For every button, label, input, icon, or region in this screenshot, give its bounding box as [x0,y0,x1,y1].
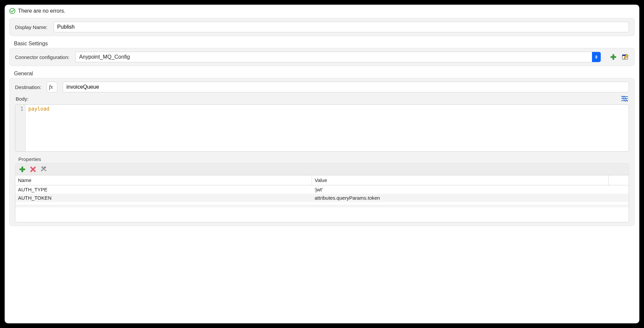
properties-header-name[interactable]: Name [15,175,312,185]
dataweave-icon[interactable] [621,95,628,102]
add-config-button[interactable] [610,53,617,61]
properties-table: Name Value AUTH_TYPE'jwt'AUTH_TOKENattri… [15,175,629,222]
body-label: Body: [16,96,28,102]
property-value-cell[interactable]: attributes.queryParams.token [312,194,609,202]
connector-config-value: Anypoint_MQ_Config [76,52,592,62]
fx-expression-button[interactable]: fx [47,82,57,92]
properties-header-value[interactable]: Value [312,175,609,185]
display-name-label: Display Name: [15,24,48,30]
properties-body: AUTH_TYPE'jwt'AUTH_TOKENattributes.query… [15,185,629,222]
general-panel: Destination: fx Body: 1 payload [9,78,635,226]
config-panel: There are no errors. Display Name: Basic… [5,5,639,323]
connector-config-select[interactable]: Anypoint_MQ_Config [75,52,601,62]
basic-settings-panel: Connector configuration: Anypoint_MQ_Con… [9,48,635,66]
connector-config-label: Connector configuration: [15,54,69,60]
property-name-cell[interactable]: AUTH_TYPE [15,185,312,194]
destination-input[interactable] [63,82,629,92]
svg-rect-1 [611,56,616,58]
property-name-cell[interactable]: AUTH_TOKEN [15,194,312,202]
edit-config-button[interactable] [622,53,629,61]
properties-header: Name Value [15,175,629,185]
properties-title: Properties [18,156,629,162]
table-row[interactable]: AUTH_TOKENattributes.queryParams.token [15,194,629,202]
property-extra-cell [609,185,629,194]
check-circle-icon [9,8,15,14]
property-value-cell[interactable]: 'jwt' [312,185,609,194]
svg-rect-6 [20,169,25,170]
table-row-empty [15,207,629,210]
status-text: There are no errors. [18,8,65,14]
destination-label: Destination: [15,84,41,90]
status-bar: There are no errors. [5,5,639,18]
table-row-empty [15,205,629,207]
code-area[interactable]: payload [26,105,629,151]
code-line-1: payload [28,106,49,112]
code-gutter: 1 [15,105,26,151]
svg-text:fx: fx [49,84,53,90]
tools-property-button[interactable] [40,166,47,173]
basic-settings-title: Basic Settings [14,41,635,47]
table-row-empty [15,202,629,205]
table-row[interactable]: AUTH_TYPE'jwt' [15,185,629,194]
properties-section: Properties [15,156,629,222]
add-property-button[interactable] [19,166,26,173]
remove-property-button[interactable] [29,166,37,173]
display-name-input[interactable] [54,22,629,32]
properties-toolbar [15,163,629,175]
general-title: General [14,71,635,77]
display-name-panel: Display Name: [9,18,635,36]
body-code-editor[interactable]: 1 payload [15,104,629,152]
properties-header-extra [609,175,629,185]
select-stepper-icon[interactable] [592,52,601,62]
property-extra-cell [609,194,629,202]
